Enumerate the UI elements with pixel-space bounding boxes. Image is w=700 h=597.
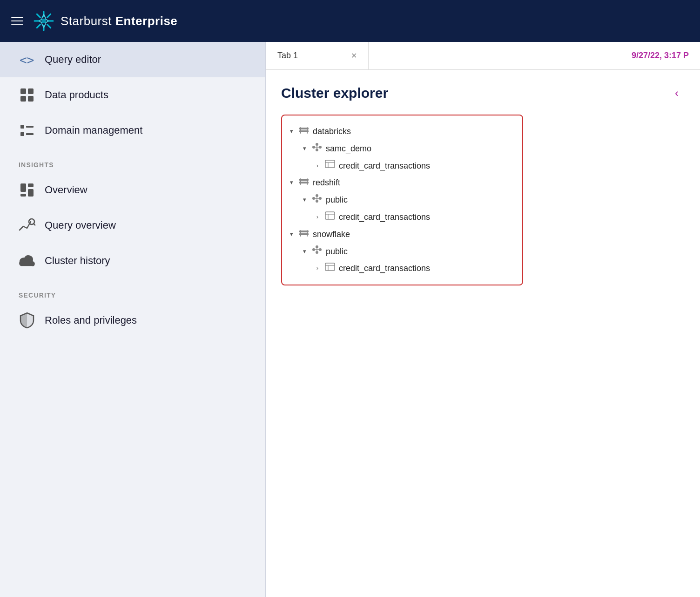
chevron-down-icon: ▾ — [288, 127, 295, 136]
svg-point-37 — [316, 143, 318, 146]
svg-line-7 — [37, 25, 40, 28]
tab-1-close[interactable]: ✕ — [351, 51, 357, 60]
tree-node-redshift: ▾ redshift ▾ public — [288, 174, 517, 225]
security-section-label: SECURITY — [0, 278, 265, 303]
insights-section-label: INSIGHTS — [0, 148, 265, 172]
svg-line-5 — [47, 25, 51, 28]
hamburger-menu[interactable] — [11, 17, 23, 25]
svg-rect-20 — [20, 96, 26, 102]
sidebar-item-cluster-history[interactable]: Cluster history — [0, 243, 265, 278]
chevron-right-icon: › — [314, 212, 321, 222]
schema-icon — [312, 194, 322, 206]
svg-rect-29 — [20, 194, 26, 197]
svg-point-16 — [41, 19, 46, 23]
cluster-tree: ▾ databricks ▾ samc_demo — [281, 115, 523, 285]
tree-label-cct-snowflake: credit_card_transactions — [339, 262, 430, 275]
sidebar-item-cluster-history-label: Cluster history — [45, 255, 110, 267]
svg-point-49 — [312, 197, 315, 200]
chevron-right-icon: › — [314, 264, 321, 273]
svg-point-38 — [316, 149, 318, 151]
tree-label-public-redshift: public — [326, 193, 348, 207]
svg-rect-42 — [325, 160, 335, 168]
list-icon — [19, 122, 35, 139]
sidebar-item-query-editor[interactable]: <> Query editor — [0, 42, 265, 77]
catalog-icon — [299, 125, 309, 138]
svg-point-64 — [316, 251, 318, 254]
svg-rect-22 — [20, 125, 24, 129]
svg-point-52 — [319, 197, 322, 200]
svg-rect-68 — [325, 263, 335, 271]
tree-children-public-redshift: › credit_card_transactions — [301, 209, 517, 226]
table-icon — [325, 159, 335, 172]
tree-label-cct-databricks: credit_card_transactions — [339, 159, 430, 173]
tree-row-public-snowflake[interactable]: ▾ public — [301, 243, 517, 260]
table-icon — [325, 211, 335, 224]
sidebar-item-data-products[interactable]: Data products — [0, 77, 265, 113]
chevron-right-icon: › — [314, 161, 321, 171]
sidebar-item-domain-management[interactable]: Domain management — [0, 113, 265, 148]
sidebar-item-query-overview[interactable]: Query overview — [0, 208, 265, 243]
tree-row-public-redshift[interactable]: ▾ public — [301, 191, 517, 209]
sidebar-item-overview[interactable]: Overview — [0, 172, 265, 208]
catalog-icon — [299, 228, 309, 241]
tree-row-databricks[interactable]: ▾ databricks — [288, 123, 517, 140]
chevron-down-icon: ▾ — [288, 178, 295, 188]
content-area: Cluster explorer ‹ ▾ databricks — [266, 70, 700, 597]
svg-rect-48 — [307, 178, 308, 185]
svg-rect-19 — [28, 88, 34, 94]
table-icon — [325, 262, 335, 275]
cluster-explorer-title: Cluster explorer — [281, 85, 388, 101]
tree-label-redshift: redshift — [313, 176, 340, 190]
tree-label-public-snowflake: public — [326, 245, 348, 258]
sidebar: <> Query editor Data products — [0, 42, 265, 597]
collapse-explorer-button[interactable]: ‹ — [668, 85, 685, 102]
chevron-down-icon: ▾ — [301, 247, 308, 257]
sidebar-item-roles-privileges-label: Roles and privileges — [45, 314, 137, 326]
starburst-logo-icon — [33, 10, 55, 32]
tree-row-cct-snowflake[interactable]: › credit_card_transactions — [314, 260, 517, 277]
tab-1-label: Tab 1 — [277, 51, 298, 61]
chevron-down-icon: ▾ — [301, 195, 308, 205]
cloud-icon — [19, 252, 35, 269]
tree-label-cct-redshift: credit_card_transactions — [339, 210, 430, 224]
tree-row-snowflake[interactable]: ▾ snowflake — [288, 226, 517, 243]
svg-point-65 — [319, 248, 322, 251]
tree-children-public-snowflake: › credit_card_transactions — [301, 260, 517, 277]
svg-rect-21 — [28, 96, 34, 102]
svg-text:<>: <> — [20, 53, 34, 67]
sidebar-item-overview-label: Overview — [45, 184, 88, 196]
svg-line-6 — [47, 14, 51, 17]
tree-row-cct-databricks[interactable]: › credit_card_transactions — [314, 157, 517, 175]
code-icon: <> — [19, 51, 35, 68]
tree-label-snowflake: snowflake — [313, 228, 350, 241]
svg-rect-25 — [26, 133, 34, 135]
analytics-icon — [19, 217, 35, 234]
svg-point-51 — [316, 200, 318, 203]
svg-rect-23 — [26, 126, 34, 128]
sidebar-item-query-editor-label: Query editor — [45, 54, 101, 66]
svg-point-62 — [312, 248, 315, 251]
svg-line-31 — [34, 224, 35, 225]
catalog-icon — [299, 176, 309, 189]
sidebar-item-data-products-label: Data products — [45, 89, 108, 101]
tree-node-snowflake: ▾ snowflake ▾ public — [288, 226, 517, 277]
tree-children-samc-demo: › credit_card_transactions — [301, 157, 517, 175]
tree-row-cct-redshift[interactable]: › credit_card_transactions — [314, 209, 517, 226]
tree-row-redshift[interactable]: ▾ redshift — [288, 174, 517, 191]
tree-children-snowflake: ▾ public › cr — [288, 243, 517, 278]
svg-rect-26 — [20, 183, 26, 192]
layout-icon — [19, 182, 35, 198]
svg-point-36 — [312, 146, 315, 149]
tree-row-samc-demo[interactable]: ▾ samc_demo — [301, 140, 517, 157]
svg-rect-27 — [28, 183, 34, 187]
svg-point-39 — [319, 146, 322, 149]
svg-point-63 — [316, 245, 318, 248]
tab-1[interactable]: Tab 1 ✕ — [266, 42, 369, 69]
main-layout: <> Query editor Data products — [0, 42, 700, 597]
sidebar-item-roles-privileges[interactable]: Roles and privileges — [0, 303, 265, 338]
svg-rect-28 — [28, 189, 34, 197]
top-nav: Starburst Enterprise — [0, 0, 700, 42]
tab-timestamp: 9/27/22, 3:17 P — [620, 42, 700, 69]
sidebar-item-query-overview-label: Query overview — [45, 219, 116, 231]
logo-text: Starburst Enterprise — [61, 14, 177, 28]
